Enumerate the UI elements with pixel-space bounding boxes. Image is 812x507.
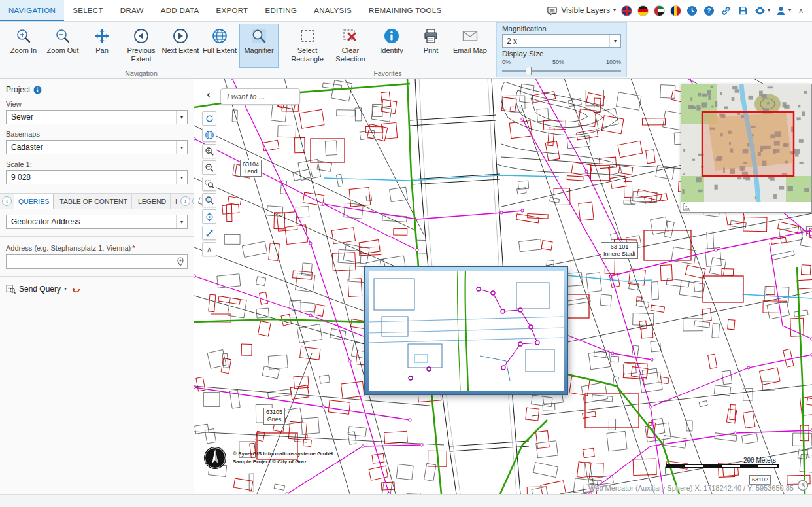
chevron-down-icon: ▾ bbox=[768, 8, 770, 13]
address-locate-icon[interactable] bbox=[176, 257, 185, 266]
query-type-select[interactable]: Geolocator Address ▾ bbox=[6, 215, 188, 229]
tab-draw[interactable]: DRAW bbox=[112, 0, 152, 21]
link-icon[interactable] bbox=[720, 5, 732, 16]
address-field-wrap bbox=[6, 254, 188, 269]
flag-romania-icon[interactable] bbox=[670, 5, 681, 16]
scale-select[interactable]: 9 028 ▾ bbox=[6, 170, 188, 184]
tab-editing[interactable]: EDITING bbox=[256, 0, 305, 21]
tab-select[interactable]: SELECT bbox=[64, 0, 112, 21]
panel-tabs-next-button[interactable]: › bbox=[180, 196, 190, 206]
clear-selection-button[interactable]: Clear Selection bbox=[329, 24, 372, 68]
zoom-out-icon bbox=[205, 163, 214, 173]
district-label-innere-stadt: 63 101 Innere Stadt bbox=[601, 242, 638, 259]
help-icon[interactable]: ? bbox=[703, 5, 715, 16]
select-rectangle-button[interactable]: Select Rectangle bbox=[286, 24, 329, 68]
collapse-ribbon-icon[interactable]: ∧ bbox=[796, 7, 805, 15]
tab-queries[interactable]: QUERIES bbox=[14, 194, 54, 209]
address-input[interactable] bbox=[6, 254, 188, 269]
overview-map[interactable] bbox=[681, 84, 812, 213]
map-refresh-button[interactable] bbox=[202, 111, 216, 126]
print-icon bbox=[422, 27, 439, 44]
pan-button[interactable]: Pan bbox=[82, 24, 122, 68]
map-full-extent-button[interactable] bbox=[202, 128, 216, 142]
next-extent-button[interactable]: Next Extent bbox=[161, 24, 200, 68]
map-center-point-button[interactable] bbox=[202, 209, 216, 224]
flag-uk-icon[interactable] bbox=[621, 5, 632, 16]
tab-export[interactable]: EXPORT bbox=[208, 0, 257, 21]
overview-resize-handle[interactable] bbox=[683, 202, 691, 211]
refresh-icon bbox=[205, 114, 214, 124]
map-viewport[interactable]: ‹ I want to ... ∧ 63104 Lend 63 101 I bbox=[194, 79, 812, 494]
display-size-slider[interactable] bbox=[502, 66, 621, 75]
button-label: Zoom In bbox=[10, 46, 37, 55]
identify-button[interactable]: Identify bbox=[372, 24, 411, 68]
flag-germany-icon[interactable] bbox=[637, 5, 649, 16]
magnifier-window[interactable] bbox=[365, 267, 567, 394]
button-label: Clear Selection bbox=[330, 46, 371, 63]
overview-extent-rectangle[interactable] bbox=[702, 112, 794, 176]
i-want-to-search[interactable]: I want to ... bbox=[220, 88, 300, 105]
basemaps-value: Cadaster bbox=[11, 143, 43, 152]
tab-analysis[interactable]: ANALYSIS bbox=[305, 0, 360, 21]
slider-track bbox=[502, 70, 621, 72]
history-clock-icon[interactable] bbox=[686, 5, 698, 16]
magnification-select[interactable]: 2 x ▾ bbox=[502, 34, 621, 48]
map-toolbar-collapse-button[interactable]: ∧ bbox=[202, 242, 216, 256]
print-button[interactable]: Print bbox=[411, 24, 450, 68]
view-select[interactable]: Sewer ▾ bbox=[6, 110, 188, 124]
display-size-ticks: 0% 50% 100% bbox=[502, 59, 621, 65]
query-type-value: Geolocator Address bbox=[11, 217, 80, 226]
basemaps-select[interactable]: Cadaster ▾ bbox=[6, 140, 188, 154]
group-caption-navigation: Navigation bbox=[1, 69, 281, 78]
layers-bubble-icon bbox=[547, 5, 558, 16]
map-attribution: © SynerGIS Informationssysteme GmbH Samp… bbox=[203, 446, 333, 470]
tab-remaining-tools[interactable]: REMAINING TOOLS bbox=[360, 0, 450, 21]
button-label: Print bbox=[424, 46, 439, 55]
panel-tabs-last-button[interactable]: › bbox=[192, 196, 194, 206]
tab-navigation[interactable]: NAVIGATION bbox=[0, 0, 64, 21]
chevron-down-icon: ▾ bbox=[64, 287, 67, 292]
chevron-down-icon: ▾ bbox=[176, 141, 187, 154]
map-magnifier-button[interactable] bbox=[202, 193, 216, 207]
tab-clipped[interactable]: I bbox=[173, 194, 178, 209]
tab-table-of-content[interactable]: TABLE OF CONTENT bbox=[56, 194, 132, 209]
clock-icon[interactable] bbox=[797, 480, 809, 491]
reset-query-button[interactable] bbox=[71, 284, 81, 294]
magnifier-button[interactable]: Magnifier bbox=[239, 24, 279, 68]
send-query-icon bbox=[6, 284, 16, 294]
email-map-button[interactable]: Email Map bbox=[450, 24, 490, 68]
button-label: Identify bbox=[380, 46, 403, 55]
zoom-in-button[interactable]: Zoom In bbox=[4, 24, 43, 68]
scale-bar-graphic bbox=[666, 464, 779, 468]
flag-uae-icon[interactable] bbox=[654, 5, 665, 16]
view-label: View bbox=[6, 100, 188, 108]
copyright-line-2: Sample Project © City of Graz bbox=[233, 458, 333, 466]
previous-extent-button[interactable]: Previous Extent bbox=[122, 24, 161, 68]
chevron-down-icon: ▾ bbox=[609, 35, 620, 47]
undo-icon bbox=[71, 284, 81, 294]
button-label: Select Rectangle bbox=[286, 46, 328, 63]
zoom-out-icon bbox=[54, 27, 71, 44]
panel-tabs-prev-button[interactable]: ‹ bbox=[2, 196, 12, 206]
required-marker: * bbox=[132, 244, 135, 252]
info-icon[interactable] bbox=[33, 86, 42, 94]
slider-handle[interactable] bbox=[526, 67, 532, 75]
titlebar-actions: Visible Layers ▾ ? ▾ ▾ ∧ bbox=[547, 0, 812, 21]
tab-legend[interactable]: LEGEND bbox=[134, 194, 171, 209]
chevron-down-icon: ▾ bbox=[788, 8, 791, 13]
tab-add-data[interactable]: ADD DATA bbox=[152, 0, 208, 21]
user-menu[interactable]: ▾ bbox=[775, 5, 791, 16]
map-zoom-in-button[interactable] bbox=[202, 144, 216, 158]
sidebar-panel: Project View Sewer ▾ Basemaps Cadaster ▾… bbox=[0, 79, 194, 494]
settings-menu[interactable]: ▾ bbox=[754, 5, 770, 16]
map-zoom-out-button[interactable] bbox=[202, 160, 216, 175]
map-expand-button[interactable] bbox=[202, 226, 216, 240]
collapse-sidebar-button[interactable]: ‹ bbox=[202, 86, 215, 101]
full-extent-button[interactable]: Full Extent bbox=[200, 24, 239, 68]
map-zoom-window-button[interactable] bbox=[202, 177, 216, 191]
zoom-out-button[interactable]: Zoom Out bbox=[43, 24, 82, 68]
send-query-button[interactable]: Send Query ▾ bbox=[6, 284, 67, 294]
visible-layers-dropdown[interactable]: Visible Layers ▾ bbox=[547, 5, 616, 16]
save-icon[interactable] bbox=[737, 5, 749, 16]
chevron-down-icon: ▾ bbox=[176, 111, 187, 124]
